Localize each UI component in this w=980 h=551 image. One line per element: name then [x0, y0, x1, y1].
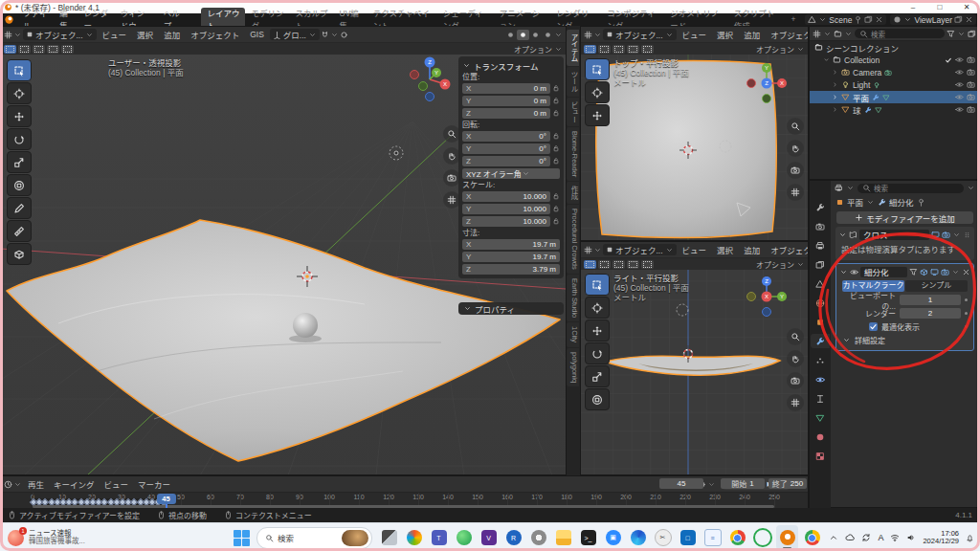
sidebar-tab[interactable]: 作成 [567, 182, 579, 204]
select-mode-icon[interactable] [47, 45, 59, 54]
wifi-icon[interactable] [890, 533, 900, 542]
funnel-icon[interactable] [947, 30, 955, 38]
viewport-menu-item[interactable]: オブジェクト [186, 29, 244, 40]
options-dropdown[interactable]: オプション [514, 44, 552, 55]
monitor-icon[interactable] [930, 268, 939, 276]
taskbar-app-terminal[interactable]: >_ [577, 525, 599, 550]
transform-value-field[interactable]: Z0 m [462, 108, 550, 119]
mode-dropdown[interactable]: オブジェク... [603, 29, 677, 40]
advanced-settings-row[interactable]: 詳細設定 [842, 334, 968, 346]
viewport-menu-item[interactable]: 選択 [712, 29, 738, 40]
hide-viewport-icon[interactable] [955, 68, 964, 77]
add-workspace-button[interactable]: + [785, 13, 801, 26]
select-mode-icon[interactable] [641, 260, 654, 269]
optimal-display-checkbox[interactable] [869, 322, 878, 331]
cloth-modifier-panel[interactable]: クロス 設定は物理演算タブにあります [835, 227, 974, 260]
outliner-row[interactable]: Collection [810, 54, 979, 66]
rendered-shading-icon[interactable] [542, 30, 554, 40]
transform-value-field[interactable]: Z0° [462, 156, 550, 166]
transform-tool-button[interactable] [7, 174, 32, 196]
transform-value-field[interactable]: Y10.000 [462, 204, 550, 214]
properties-tab-data[interactable] [811, 410, 830, 425]
hide-render-icon[interactable] [967, 105, 975, 114]
select-mode-icon[interactable] [18, 45, 31, 54]
search-box[interactable]: 検索 [256, 527, 372, 549]
taskbar-app-visual-studio[interactable]: V [478, 525, 500, 550]
viewport-menu-item[interactable]: 選択 [712, 244, 738, 255]
zoom-button[interactable] [787, 118, 804, 135]
move-tool-button[interactable] [585, 320, 610, 342]
outliner-row[interactable]: Light [810, 78, 979, 91]
viewport-menu-item[interactable]: GIS [245, 30, 269, 39]
ime-indicator[interactable]: A [878, 533, 883, 542]
sidebar-tab[interactable]: Procedural Crowds [567, 205, 579, 274]
properties-tab-render[interactable] [811, 219, 830, 233]
properties-tab-modifiers[interactable] [811, 334, 830, 348]
taskbar-app-explorer[interactable] [552, 525, 574, 550]
sidebar-tab[interactable]: 1City [567, 322, 579, 346]
sidebar-tab[interactable]: Biome-Reader [567, 127, 579, 181]
mode-dropdown[interactable]: オブジェク... [23, 29, 97, 40]
hide-viewport-icon[interactable] [955, 80, 964, 89]
hide-render-icon[interactable] [967, 68, 975, 77]
taskbar-app-edge[interactable] [627, 525, 649, 550]
viewport-menu-item[interactable]: 追加 [739, 29, 765, 40]
lock-icon[interactable] [552, 192, 560, 200]
rotate-tool-button[interactable] [7, 128, 32, 150]
properties-tab-constraints[interactable] [811, 391, 830, 406]
editor-type-icon[interactable] [584, 246, 592, 254]
sidebar-tab[interactable]: ビュー [567, 98, 579, 127]
viewport-menu-item[interactable]: 追加 [739, 244, 765, 255]
viewport-menu-item[interactable]: オブジェクト [766, 244, 808, 255]
scale-tool-button[interactable] [585, 365, 610, 387]
properties-tab-view-layer[interactable] [811, 257, 830, 272]
viewport-menu-item[interactable]: オブジェクト [766, 29, 808, 40]
cam-icon[interactable] [941, 268, 949, 276]
properties-tab-tool[interactable] [811, 200, 830, 214]
lock-icon[interactable] [552, 144, 560, 152]
lock-icon[interactable] [552, 132, 560, 140]
zoom-button[interactable] [787, 328, 804, 345]
optimal-display-row[interactable]: 最適化表示 [842, 320, 968, 333]
viewport-main[interactable]: オブジェク...ビュー選択追加オブジェクトGISグロ... オプション [0, 26, 567, 475]
options-dropdown[interactable]: オプション [756, 259, 794, 270]
taskbar-app-store[interactable]: □ [677, 525, 699, 550]
subdivision-modifier-name[interactable]: 細分化 [860, 267, 907, 277]
select-mode-icon[interactable] [612, 260, 625, 269]
properties-tab-material[interactable] [811, 430, 830, 444]
hide-render-icon[interactable] [967, 93, 975, 101]
taskbar-app-green-ring[interactable] [751, 525, 773, 550]
sync-icon[interactable] [861, 533, 871, 542]
hide-viewport-icon[interactable] [955, 93, 964, 101]
chevron-up-icon[interactable] [829, 533, 838, 542]
bell-icon[interactable] [966, 534, 974, 542]
select-mode-icon[interactable] [61, 45, 74, 54]
viewlayer-selector[interactable]: ViewLayer [890, 14, 976, 25]
taskbar-app-snipping[interactable]: ✂ [652, 525, 674, 550]
orientation-dropdown[interactable]: グロ... [270, 29, 320, 40]
grid4-icon[interactable] [813, 30, 821, 38]
hide-viewport-icon[interactable] [955, 105, 964, 114]
measure-tool-button[interactable] [7, 220, 32, 242]
select-mode-icon[interactable] [584, 260, 596, 269]
minimize-button[interactable]: – [900, 0, 926, 13]
select-box-tool-button[interactable] [7, 59, 32, 81]
outliner-row[interactable]: Camera [810, 66, 979, 78]
camera-view-button[interactable] [787, 162, 804, 179]
collection-icon[interactable] [834, 30, 842, 38]
mode-dropdown[interactable]: オブジェク... [603, 244, 677, 255]
frame-start-field[interactable]: 開始1 [721, 478, 765, 489]
select-mode-icon[interactable] [598, 45, 611, 54]
chev-icon[interactable] [952, 231, 961, 239]
rotate-tool-button[interactable] [585, 342, 610, 364]
transform-value-field[interactable]: Z10.000 [462, 216, 550, 227]
hide-render-icon[interactable] [967, 55, 975, 64]
cursor-tool-button[interactable] [7, 82, 32, 104]
sidebar-tab[interactable]: アイテム [567, 30, 579, 66]
select-box-tool-button[interactable] [585, 274, 610, 296]
cube-icon[interactable] [920, 268, 928, 276]
lock-icon[interactable] [552, 84, 560, 92]
options-dropdown[interactable]: オプション [756, 44, 794, 55]
chev-icon[interactable] [838, 231, 847, 239]
viewport-top[interactable]: オブジェク...ビュー選択追加オブジェクトGISグロ... オプション Y Z … [580, 26, 809, 241]
